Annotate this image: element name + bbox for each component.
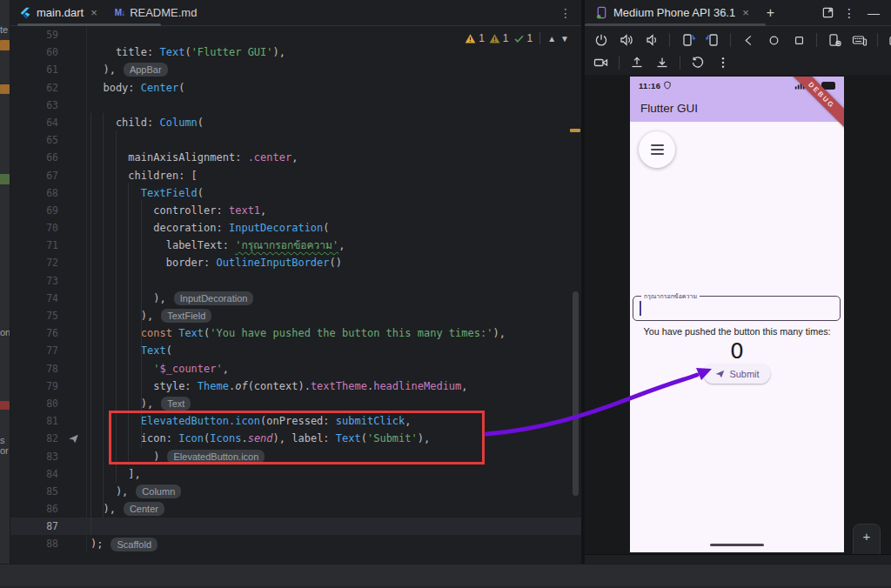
snapshot-restore-icon[interactable]	[688, 53, 707, 72]
code-line-74[interactable]: 74 ),InputDecoration	[10, 290, 581, 307]
code-line-66[interactable]: 66 mainAxisAlignment: .center,	[10, 149, 581, 166]
code-line-85[interactable]: 85 ),Column	[10, 483, 581, 500]
new-tab-icon[interactable]: +	[767, 5, 774, 21]
keyboard-icon[interactable]	[850, 30, 869, 50]
code-text: body: Center(	[90, 79, 184, 97]
line-number[interactable]: 77	[10, 342, 87, 359]
code-line-63[interactable]: 63	[10, 97, 581, 114]
line-number[interactable]: 82	[10, 430, 87, 447]
menu-button[interactable]	[639, 131, 675, 168]
more-vertical-icon[interactable]	[713, 53, 733, 72]
line-number[interactable]: 61	[10, 61, 87, 78]
line-number[interactable]: 64	[10, 114, 87, 131]
device-settings-icon[interactable]	[825, 30, 844, 50]
line-number[interactable]: 63	[10, 97, 87, 114]
warning-icon	[489, 33, 500, 44]
close-icon[interactable]: ×	[742, 6, 749, 19]
code-line-70[interactable]: 70 decoration: InputDecoration(	[10, 219, 581, 237]
editor-scrollbar[interactable]	[573, 291, 579, 496]
volume-down-icon[interactable]	[642, 30, 661, 50]
line-number[interactable]: 86	[10, 500, 87, 518]
download-icon[interactable]	[653, 53, 672, 72]
code-line-62[interactable]: 62 body: Center(	[10, 79, 581, 97]
rotate-right-icon[interactable]	[703, 30, 722, 50]
line-number[interactable]: 67	[10, 167, 87, 184]
code-line-88[interactable]: 88);Scaffold	[10, 535, 581, 552]
nav-overview-icon[interactable]	[789, 30, 808, 50]
line-number[interactable]: 73	[10, 272, 87, 290]
line-number[interactable]: 69	[10, 202, 87, 219]
line-number[interactable]: 59	[10, 26, 87, 43]
line-number[interactable]: 74	[10, 290, 87, 307]
code-line-68[interactable]: 68 TextField(	[10, 184, 581, 202]
code-line-72[interactable]: 72 border: OutlineInputBorder()	[10, 254, 581, 271]
warning-stripe-mark[interactable]	[570, 129, 580, 132]
pushed-text: You have pushed the button this many tim…	[630, 326, 844, 337]
code-line-61[interactable]: 61 ),AppBar	[10, 61, 581, 78]
tab-device[interactable]: Medium Phone API 36.1 ×	[585, 0, 758, 25]
code-lines: 5960 title: Text('Flutter GUI'),61 ),App…	[10, 26, 581, 553]
line-number[interactable]: 65	[10, 131, 87, 149]
minimize-icon[interactable]: —	[867, 6, 881, 20]
open-in-window-icon[interactable]	[821, 6, 835, 20]
line-number[interactable]: 71	[10, 237, 87, 254]
code-line-64[interactable]: 64 child: Column(	[10, 114, 581, 131]
code-line-60[interactable]: 60 title: Text('Flutter GUI'),	[10, 43, 581, 61]
line-number[interactable]: 68	[10, 184, 87, 202]
code-line-79[interactable]: 79 style: Theme.of(context).textTheme.he…	[10, 378, 581, 395]
phone-app-bar: Flutter GUI	[630, 94, 844, 122]
upload-icon[interactable]	[627, 53, 646, 72]
code-line-67[interactable]: 67 children: [	[10, 167, 581, 184]
nav-back-icon[interactable]	[739, 30, 758, 50]
android-studio-window: { "sliver": { "fragments": [ {"text":"te…	[0, 0, 891, 588]
line-number[interactable]: 78	[10, 360, 87, 378]
more-vertical-icon[interactable]: ⋮	[842, 6, 856, 20]
code-line-76[interactable]: 76 const Text('You have pushed the butto…	[10, 324, 581, 342]
code-line-73[interactable]: 73	[10, 272, 581, 290]
line-number[interactable]: 88	[10, 535, 87, 552]
inspections-widget[interactable]: 111▲▼	[465, 32, 569, 44]
camera-icon[interactable]	[886, 30, 891, 50]
volume-up-icon[interactable]	[617, 30, 636, 50]
more-vertical-icon[interactable]: ⋮	[559, 6, 573, 20]
code-line-77[interactable]: 77 Text(	[10, 342, 581, 359]
clipped-marker	[0, 401, 10, 410]
chevron-up-icon[interactable]: ▲	[547, 34, 556, 43]
text-field[interactable]: กรุณากรอกข้อความ	[633, 296, 841, 321]
close-icon[interactable]: ×	[90, 6, 97, 19]
line-number[interactable]: 85	[10, 483, 87, 500]
nav-home-icon[interactable]	[764, 30, 783, 50]
line-number[interactable]: 70	[10, 219, 87, 237]
power-icon[interactable]	[592, 30, 611, 50]
gesture-navigation-bar[interactable]	[710, 544, 764, 547]
code-line-84[interactable]: 84 ],	[10, 465, 581, 483]
code-line-71[interactable]: 71 labelText: 'กรุณากรอกข้อความ',	[10, 237, 581, 254]
tab-main-dart[interactable]: main.dart ×	[10, 0, 106, 25]
line-number[interactable]: 75	[10, 307, 87, 324]
code-line-78[interactable]: 78 '$_counter',	[10, 360, 581, 378]
submit-button[interactable]: Submit	[703, 364, 770, 384]
zoom-in-icon[interactable]: +	[863, 531, 871, 543]
screen-record-icon[interactable]	[592, 53, 611, 72]
tab-readme-md[interactable]: M↓ README.md	[106, 0, 206, 25]
line-number[interactable]: 72	[10, 254, 87, 271]
running-devices-panel: Medium Phone API 36.1 × + ⋮ — 11:16	[585, 0, 891, 564]
code-line-87[interactable]: 87	[10, 518, 581, 535]
line-number[interactable]: 87	[10, 518, 87, 535]
line-number[interactable]: 76	[10, 324, 87, 342]
send-gutter-icon[interactable]	[68, 433, 79, 444]
code-line-86[interactable]: 86 ),Center	[10, 500, 581, 518]
rotate-left-icon[interactable]	[678, 30, 697, 50]
line-number[interactable]: 62	[10, 79, 87, 97]
line-number[interactable]: 66	[10, 149, 87, 166]
code-line-75[interactable]: 75 ),TextField	[10, 307, 581, 324]
line-number[interactable]: 60	[10, 43, 87, 61]
line-number[interactable]: 81	[10, 412, 87, 430]
line-number[interactable]: 80	[10, 395, 87, 412]
line-number[interactable]: 79	[10, 378, 87, 395]
code-line-69[interactable]: 69 controller: text1,	[10, 202, 581, 219]
line-number[interactable]: 83	[10, 448, 87, 465]
code-line-65[interactable]: 65	[10, 131, 581, 149]
chevron-down-icon[interactable]: ▼	[560, 34, 569, 43]
line-number[interactable]: 84	[10, 465, 87, 483]
